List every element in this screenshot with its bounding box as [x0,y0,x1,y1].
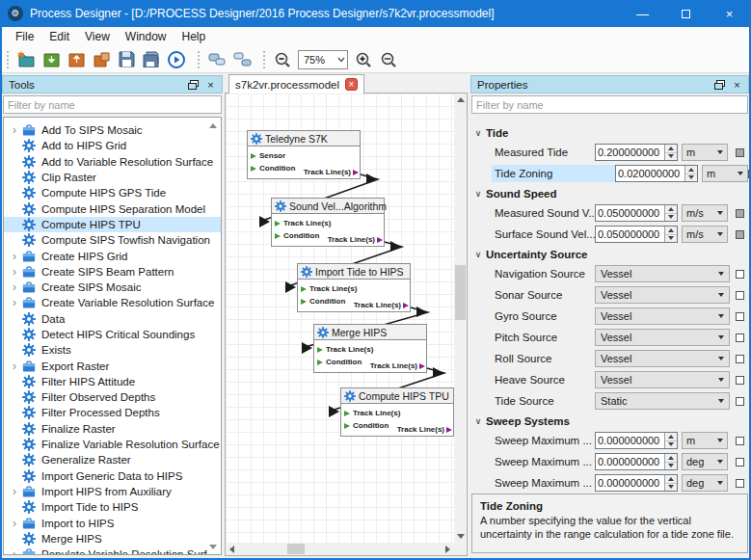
input-port[interactable]: Condition [251,164,295,173]
property-spinbox[interactable]: 0.000000000 [595,432,678,449]
override-indicator[interactable] [736,291,744,300]
spin-down-icon[interactable] [665,214,677,222]
ungroup-objects-button[interactable] [229,48,255,71]
tool-item[interactable]: Filter HIPS Attitude [4,374,221,389]
properties-filter-input[interactable] [472,96,747,113]
tool-item[interactable]: Generalize Raster [4,452,221,467]
input-port[interactable]: Condition [317,358,362,366]
unit-dropdown[interactable]: deg [682,474,728,492]
canvas-vscrollbar[interactable] [454,93,467,543]
expander-icon[interactable]: › [4,296,19,309]
expander-icon[interactable]: › [4,547,19,555]
scroll-left-icon[interactable] [226,543,238,555]
tool-item[interactable]: Compute HIPS GPS Tide [4,185,221,200]
collapse-chevron-icon[interactable]: ∨ [470,416,486,426]
new-model-button[interactable]: ✱ [13,48,39,71]
spin-down-icon[interactable] [685,174,697,182]
tool-item[interactable]: › Add To SIPS Mosaic [4,122,221,138]
tool-item[interactable]: Clip Raster [4,170,221,185]
property-label[interactable]: Heave Source [495,371,595,388]
spin-up-icon[interactable] [665,433,677,441]
tool-item[interactable]: Compute SIPS Towfish Navigation [4,232,221,248]
unit-dropdown[interactable]: m [682,144,728,161]
spin-down-icon[interactable] [665,463,677,470]
override-indicator[interactable] [736,397,744,406]
zoom-extents-button[interactable] [376,48,401,71]
override-indicator[interactable] [736,230,744,239]
input-port[interactable]: Track Line(s) [275,219,331,227]
property-label[interactable]: Navigation Source [495,265,595,282]
expander-icon[interactable]: › [4,360,19,373]
override-indicator[interactable] [736,148,744,157]
tool-item[interactable]: › Create SIPS Beam Pattern [4,264,221,280]
scroll-up-icon[interactable] [454,93,467,106]
property-label[interactable]: Sonar Source [495,286,595,304]
spin-down-icon[interactable] [665,153,677,161]
canvas-hscrollbar[interactable] [226,543,454,555]
input-port[interactable]: Condition [344,421,389,430]
spin-up-icon[interactable] [665,205,677,214]
property-spinbox[interactable]: 0.000000000 [595,453,678,470]
input-port[interactable]: Track Line(s) [301,284,357,293]
property-label[interactable]: Measured Tide [495,144,595,161]
toolbar-grip[interactable] [6,50,11,69]
spin-up-icon[interactable] [665,227,677,235]
float-panel-icon[interactable] [712,78,727,92]
node-header[interactable]: Teledyne S7K [248,131,360,147]
tool-item[interactable]: Add to Variable Resolution Surface [4,154,221,170]
property-value[interactable]: 0.050000000 [596,205,664,221]
property-group-sweep-systems[interactable]: ∨ Sweep Systems [470,414,749,428]
open-model-button[interactable] [39,48,64,71]
spin-down-icon[interactable] [665,484,677,492]
source-dropdown[interactable]: Static [595,392,730,410]
output-port[interactable]: Track Line(s) [370,361,425,370]
menu-file[interactable]: File [8,28,41,45]
node-header[interactable]: Import Tide to HIPS [298,264,410,280]
node-compute-hips-tpu[interactable]: Compute HIPS TPU Track Line(s) Condition… [340,387,454,437]
property-value[interactable]: 0.050000000 [596,227,664,242]
override-indicator[interactable] [736,437,744,445]
tool-item[interactable]: Merge HIPS [4,531,221,547]
close-button[interactable]: × [708,0,751,27]
property-label[interactable]: Tide Source [495,392,595,410]
tool-item[interactable]: › Populate Variable Resolution Surf... [4,547,221,555]
expander-icon[interactable]: › [4,517,19,530]
tool-item[interactable]: Exists [4,342,221,358]
property-label[interactable]: Sweep Maximum ... [495,432,595,449]
tool-item[interactable]: Add to HIPS Grid [4,138,221,153]
spin-up-icon[interactable] [685,166,697,174]
source-dropdown[interactable]: Vessel [595,307,730,325]
expander-icon[interactable]: › [4,485,19,498]
collapse-chevron-icon[interactable]: ∨ [470,128,486,138]
override-indicator[interactable] [736,355,744,363]
override-indicator[interactable] [736,270,744,279]
tool-item[interactable]: › Export Raster [4,358,221,373]
input-port[interactable]: Sensor [251,151,285,160]
unit-dropdown[interactable]: m [702,165,748,182]
node-merge-hips[interactable]: Merge HIPS Track Line(s) Condition Track… [313,324,427,373]
property-group-sound-speed[interactable]: ∨ Sound Speed [470,187,749,200]
node-header[interactable]: Compute HIPS TPU [341,388,453,404]
unit-dropdown[interactable]: deg [682,453,728,470]
override-indicator[interactable] [736,333,744,342]
input-port[interactable]: Condition [301,297,345,306]
tab-close-button[interactable]: × [345,78,358,91]
tool-item[interactable]: Import Tide to HIPS [4,499,221,515]
node-header[interactable]: Merge HIPS [314,325,426,340]
zoom-level-combo[interactable]: 75% [298,50,348,69]
scroll-right-icon[interactable] [442,543,454,555]
tool-item[interactable]: Filter Processed Depths [4,405,221,420]
tab-processmodel[interactable]: s7k2vr.processmodel × [228,74,364,93]
node-header[interactable]: Sound Vel...Algorithm [272,199,384,214]
override-indicator[interactable] [748,170,749,178]
toolbar-grip[interactable] [197,50,201,69]
hscroll-thumb[interactable] [287,544,305,554]
float-panel-icon[interactable] [186,78,201,92]
property-label[interactable]: Surface Sound Vel... [495,226,595,243]
tool-item[interactable]: Detect HIPS Critical Soundings [4,327,221,342]
toolbar-grip[interactable] [262,50,267,69]
property-value[interactable]: 0.000000000 [596,475,664,491]
tool-item[interactable]: Compute HIPS TPU [4,217,221,232]
close-panel-icon[interactable]: × [203,78,218,92]
output-port[interactable]: Track Line(s) [397,425,452,434]
